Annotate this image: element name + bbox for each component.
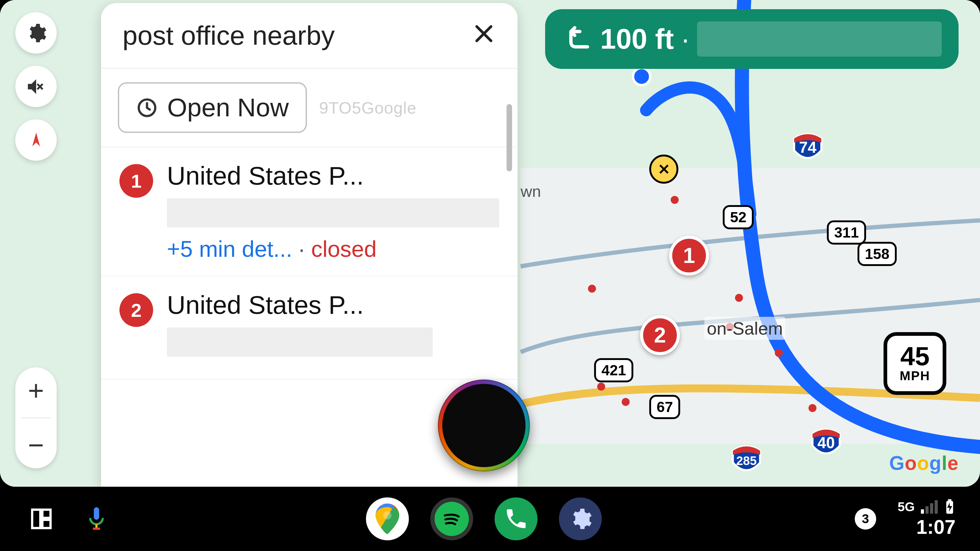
zoom-controls: + − (15, 367, 57, 468)
route-311-shield: 311 (827, 221, 866, 245)
maps-pin-icon (375, 503, 400, 534)
map-screen: ✕ 1 2 on-Salem wn 74 40 285 52 311 158 4… (0, 0, 980, 487)
map-result-pin-2[interactable]: 2 (640, 315, 680, 355)
svg-text:74: 74 (799, 139, 816, 156)
mute-button[interactable] (15, 66, 57, 107)
app-spotify[interactable] (430, 497, 473, 540)
gear-icon (25, 22, 47, 44)
status-area: 5G 1:07 (897, 499, 956, 538)
traffic-dot (597, 383, 605, 391)
phone-icon (504, 507, 528, 531)
speed-limit-sign: 45 MPH (883, 332, 946, 395)
recenter-button[interactable] (15, 119, 57, 161)
bottom-dock: 3 5G 1:07 (0, 487, 980, 551)
interstate-40-shield: 40 (808, 427, 844, 457)
hazard-icon: ✕ (649, 155, 678, 184)
gear-icon (568, 507, 593, 531)
google-attribution: Google (889, 452, 959, 475)
panel-scrollbar[interactable] (506, 104, 512, 171)
interstate-285-shield: 285 (729, 444, 764, 475)
result-item[interactable]: 2 United States P... (101, 276, 517, 380)
clock-icon (136, 97, 158, 119)
map-result-pin-1[interactable]: 1 (669, 236, 709, 275)
app-phone[interactable] (495, 497, 538, 540)
traffic-dot (735, 294, 743, 302)
spotify-icon (438, 505, 466, 533)
dashboard-icon (29, 507, 54, 531)
town-label-fragment: wn (520, 182, 541, 200)
result-status: closed (311, 236, 377, 262)
close-icon (472, 21, 496, 46)
results-list[interactable]: 1 United States P... +5 min det... · clo… (101, 147, 517, 380)
result-dot: · (292, 236, 311, 262)
watermark-text: 9TO5Google (319, 98, 417, 117)
svg-text:285: 285 (736, 454, 757, 467)
zoom-out-button[interactable]: − (15, 425, 57, 465)
app-settings[interactable] (559, 497, 602, 540)
speaker-muted-icon (25, 76, 47, 98)
dashboard-button[interactable] (24, 502, 58, 536)
compass-arrow-icon (27, 131, 45, 149)
signal-icon (921, 500, 938, 514)
traffic-dot (808, 404, 816, 412)
result-title: United States P... (167, 161, 499, 191)
city-label: on-Salem (705, 317, 785, 340)
speed-limit-value: 45 (900, 344, 930, 369)
result-title: United States P... (167, 290, 499, 320)
svg-text:40: 40 (818, 434, 835, 451)
route-52-shield: 52 (723, 205, 754, 229)
svg-point-2 (633, 68, 650, 85)
clear-search-button[interactable] (472, 21, 496, 50)
mic-icon (86, 505, 107, 533)
route-158-shield: 158 (858, 242, 897, 266)
notification-count[interactable]: 3 (855, 508, 876, 530)
network-label: 5G (897, 500, 915, 514)
navigation-banner[interactable]: 100 ft · (545, 9, 959, 69)
result-index-badge: 2 (119, 293, 153, 327)
clock: 1:07 (916, 516, 956, 538)
traffic-dot (588, 285, 596, 293)
result-index-badge: 1 (119, 164, 153, 198)
app-google-maps[interactable] (366, 497, 409, 540)
zoom-in-button[interactable]: + (15, 371, 57, 411)
speed-limit-unit: MPH (900, 368, 930, 383)
route-421-shield: 421 (594, 358, 633, 382)
svg-rect-7 (94, 507, 99, 520)
result-address-redacted (167, 327, 433, 357)
turn-left-icon (562, 24, 593, 54)
open-now-chip[interactable]: Open Now (118, 83, 307, 133)
route-67-shield: 67 (649, 395, 680, 419)
nav-separator: · (681, 23, 689, 55)
settings-button[interactable] (15, 12, 57, 54)
mic-button[interactable] (80, 502, 113, 536)
traffic-dot (622, 398, 630, 406)
zoom-divider (21, 418, 51, 418)
nav-street-redacted (697, 21, 942, 57)
search-query[interactable]: post office nearby (123, 20, 335, 51)
traffic-dot (671, 196, 679, 204)
search-row: post office nearby (101, 3, 517, 68)
open-now-label: Open Now (167, 93, 289, 122)
svg-rect-23 (948, 499, 951, 501)
result-detour: +5 min det... (167, 236, 292, 262)
result-item[interactable]: 1 United States P... +5 min det... · clo… (101, 147, 517, 276)
battery-charging-icon (944, 499, 956, 514)
interstate-74-shield: 74 (790, 132, 825, 162)
left-controls (15, 12, 57, 161)
filter-row: Open Now 9TO5Google (101, 68, 517, 147)
result-meta: +5 min det... · closed (167, 236, 499, 262)
nav-distance: 100 ft (600, 23, 674, 55)
result-address-redacted (167, 198, 499, 227)
traffic-dot (775, 349, 783, 357)
assistant-orb[interactable] (438, 380, 530, 472)
